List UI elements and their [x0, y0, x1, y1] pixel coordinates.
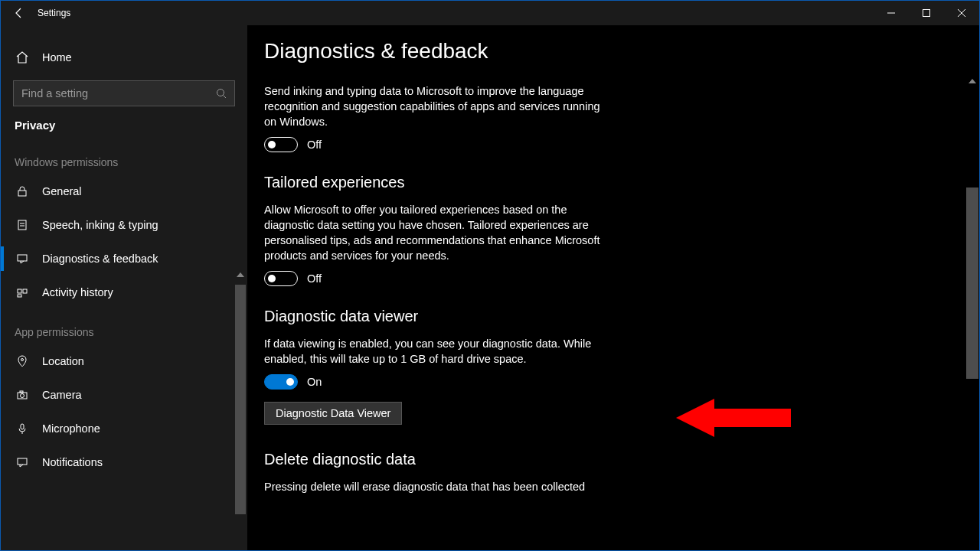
svg-rect-12: [23, 289, 27, 293]
sidebar-item-speech[interactable]: Speech, inking & typing: [1, 208, 247, 242]
minimize-button[interactable]: [874, 1, 909, 25]
feedback-icon: [15, 253, 30, 265]
window-title: Settings: [38, 8, 70, 18]
sidebar-item-location[interactable]: Location: [1, 344, 247, 378]
inking-toggle-state: Off: [307, 139, 322, 151]
svg-rect-11: [18, 289, 21, 293]
viewer-description: If data viewing is enabled, you can see …: [264, 336, 601, 367]
sidebar-home-label: Home: [42, 51, 72, 64]
svg-rect-7: [18, 220, 26, 230]
svg-rect-19: [18, 458, 27, 465]
microphone-icon: [15, 422, 30, 435]
search-input[interactable]: Find a setting: [13, 80, 235, 106]
sidebar-item-label: Notifications: [42, 456, 103, 468]
svg-rect-13: [18, 295, 21, 297]
inking-description: Send inking and typing data to Microsoft…: [264, 83, 601, 129]
clipboard-icon: [15, 219, 30, 231]
sidebar-category: Privacy: [1, 119, 247, 132]
sidebar-item-general[interactable]: General: [1, 174, 247, 208]
svg-point-16: [21, 394, 24, 398]
maximize-button[interactable]: [909, 1, 944, 25]
sidebar-group-app: App permissions: [1, 326, 247, 338]
notifications-icon: [15, 456, 30, 468]
settings-window: Settings Home Find a setting: [0, 0, 980, 551]
page-title: Diagnostics & feedback: [264, 39, 860, 64]
sidebar-item-diagnostics[interactable]: Diagnostics & feedback: [1, 242, 247, 276]
camera-icon: [15, 389, 30, 401]
sidebar-home[interactable]: Home: [1, 41, 247, 74]
sidebar-item-label: Location: [42, 355, 84, 367]
svg-point-14: [21, 359, 24, 361]
diagnostic-data-viewer-button[interactable]: Diagnostic Data Viewer: [264, 402, 402, 425]
svg-rect-1: [923, 10, 930, 17]
tailored-heading: Tailored experiences: [264, 174, 860, 191]
sidebar-item-label: General: [42, 185, 82, 197]
close-button[interactable]: [944, 1, 979, 25]
sidebar: Home Find a setting Privacy Windows perm…: [1, 25, 247, 550]
history-icon: [15, 286, 30, 298]
svg-rect-6: [18, 191, 26, 196]
sidebar-item-label: Activity history: [42, 286, 113, 298]
lock-icon: [15, 185, 30, 197]
sidebar-item-activity[interactable]: Activity history: [1, 276, 247, 309]
svg-rect-18: [21, 424, 24, 429]
tailored-description: Allow Microsoft to offer you tailored ex…: [264, 202, 601, 263]
svg-point-4: [217, 90, 224, 96]
sidebar-item-label: Diagnostics & feedback: [42, 253, 158, 265]
svg-rect-10: [18, 255, 27, 261]
titlebar: Settings: [1, 1, 979, 25]
sidebar-item-camera[interactable]: Camera: [1, 378, 247, 412]
sidebar-group-windows: Windows permissions: [1, 156, 247, 168]
main-scrollbar[interactable]: [966, 187, 978, 379]
tailored-toggle[interactable]: [264, 271, 298, 286]
search-placeholder: Find a setting: [21, 87, 88, 99]
viewer-toggle[interactable]: [264, 374, 298, 390]
annotation-arrow-icon: [676, 397, 791, 439]
sidebar-item-microphone[interactable]: Microphone: [1, 412, 247, 445]
sidebar-item-notifications[interactable]: Notifications: [1, 445, 247, 479]
sidebar-item-label: Camera: [42, 389, 82, 401]
sidebar-item-label: Microphone: [42, 422, 100, 435]
sidebar-item-label: Speech, inking & typing: [42, 219, 158, 231]
location-icon: [15, 355, 30, 367]
viewer-toggle-state: On: [307, 376, 322, 388]
delete-description: Pressing delete will erase diagnostic da…: [264, 479, 601, 494]
back-button[interactable]: [1, 1, 38, 25]
main-scroll-up-icon[interactable]: [966, 74, 978, 88]
search-icon: [216, 88, 227, 99]
sidebar-scrollbar[interactable]: [235, 285, 246, 514]
svg-rect-17: [20, 391, 23, 393]
svg-marker-20: [676, 399, 791, 437]
svg-line-5: [224, 96, 227, 99]
tailored-toggle-state: Off: [307, 272, 322, 285]
delete-heading: Delete diagnostic data: [264, 451, 860, 468]
main-content: Diagnostics & feedback Send inking and t…: [247, 25, 979, 550]
inking-toggle[interactable]: [264, 137, 298, 152]
home-icon: [15, 51, 30, 64]
viewer-heading: Diagnostic data viewer: [264, 308, 860, 325]
